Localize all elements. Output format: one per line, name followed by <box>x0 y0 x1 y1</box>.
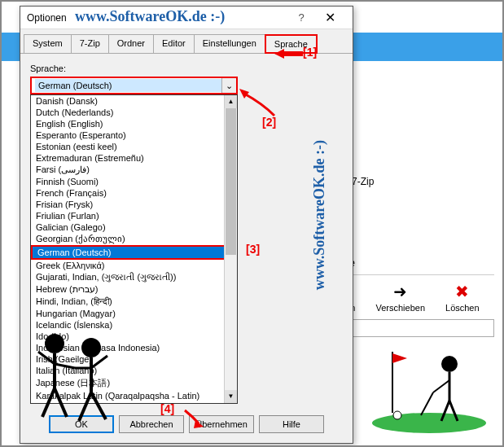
bg-toolbar: ➡ ieren ➜ Verschieben ✖ Löschen <box>335 274 494 320</box>
dropdown-item[interactable]: Danish (Dansk) <box>31 95 237 107</box>
stick-figures-decoration <box>26 323 124 429</box>
sprache-label: Sprache: <box>30 64 343 73</box>
tab-7zip[interactable]: 7-Zip <box>71 34 109 54</box>
bg-tool-delete[interactable]: ✖ Löschen <box>445 282 480 313</box>
svg-line-8 <box>449 401 458 421</box>
dropdown-item[interactable]: English (English) <box>31 118 237 129</box>
scrollbar-thumb[interactable] <box>226 108 236 255</box>
svg-point-3 <box>441 356 458 372</box>
svg-marker-21 <box>274 49 303 59</box>
dropdown-item[interactable]: French (Français) <box>31 187 237 199</box>
delete-icon: ✖ <box>445 282 480 301</box>
dropdown-item[interactable]: Esperanto (Esperanto) <box>31 129 237 141</box>
svg-marker-1 <box>392 353 407 363</box>
dropdown-item[interactable]: German (Deutsch) <box>31 245 237 260</box>
svg-marker-22 <box>239 89 249 99</box>
dropdown-item[interactable]: Hungarian (Magyar) <box>31 308 237 319</box>
watermark-top: www.SoftwareOK.de :-) <box>75 8 225 25</box>
dropdown-item[interactable]: Galician (Galego) <box>31 221 237 233</box>
tab-system[interactable]: System <box>24 34 72 54</box>
language-combobox[interactable]: German (Deutsch) ⌄ <box>30 77 238 94</box>
svg-line-20 <box>91 392 106 419</box>
svg-line-7 <box>441 401 449 421</box>
svg-point-9 <box>45 334 64 353</box>
arrow-2-icon <box>238 87 278 120</box>
svg-line-12 <box>55 364 75 368</box>
help-button-bottom[interactable]: Hilfe <box>259 415 324 433</box>
dropdown-item[interactable]: Georgian (ქართული) <box>31 233 237 245</box>
scroll-down-icon[interactable]: ▼ <box>225 390 237 403</box>
svg-line-13 <box>42 388 55 417</box>
arrow-1-icon <box>274 46 303 61</box>
annotation-1: [1] <box>303 46 317 59</box>
help-button[interactable]: ? <box>289 11 313 24</box>
svg-point-2 <box>393 411 401 419</box>
dropdown-item[interactable]: Hindi, Indian, (हिन्दी) <box>31 296 237 308</box>
dropdown-item[interactable]: Farsi (فارسی) <box>31 164 237 176</box>
dropdown-item[interactable]: Friulian (Furlan) <box>31 210 237 221</box>
dropdown-item[interactable]: Greek (Ελληνικά) <box>31 260 237 271</box>
svg-line-19 <box>79 392 91 421</box>
annotation-4: [4] <box>160 402 174 415</box>
svg-line-11 <box>38 352 55 364</box>
tab-ordner[interactable]: Ordner <box>108 34 154 54</box>
tab-einstellungen[interactable]: Einstellungen <box>194 34 265 54</box>
arrow-4-icon <box>181 409 205 429</box>
bg-menubar: Hilfe <box>335 257 502 269</box>
close-button[interactable]: ✕ <box>313 10 346 25</box>
svg-line-5 <box>433 380 449 392</box>
dropdown-item[interactable]: Frisian (Frysk) <box>31 199 237 210</box>
svg-line-14 <box>55 388 67 417</box>
svg-line-6 <box>421 392 433 415</box>
golfer-decoration <box>376 344 482 433</box>
dropdown-item[interactable]: Dutch (Nederlands) <box>31 107 237 118</box>
dropdown-item[interactable]: Extremaduran (Estremeñu) <box>31 152 237 164</box>
tab-editor[interactable]: Editor <box>153 34 195 54</box>
dropdown-item[interactable]: Estonian (eesti keel) <box>31 141 237 152</box>
dropdown-item[interactable]: Hebrew (עברית) <box>31 283 237 296</box>
scroll-up-icon[interactable]: ▲ <box>225 95 237 108</box>
watermark-vertical: www.SoftwareOK.de :-) <box>311 140 328 290</box>
dropdown-item[interactable]: Finnish (Suomi) <box>31 176 237 187</box>
combo-selected-value: German (Deutsch) <box>35 79 221 92</box>
annotation-3: [3] <box>246 243 260 256</box>
scrollbar[interactable]: ▲ ▼ <box>224 95 237 403</box>
cancel-button[interactable]: Abbrechen <box>119 415 184 433</box>
svg-marker-23 <box>194 420 204 428</box>
svg-point-15 <box>81 338 101 357</box>
chevron-down-icon[interactable]: ⌄ <box>221 78 236 93</box>
bg-tool-move[interactable]: ➜ Verschieben <box>375 282 425 313</box>
bg-path-input[interactable] <box>335 319 494 337</box>
dropdown-item[interactable]: Gujarati, Indian, (ગુજરાતી (ગુજરાતી)) <box>31 271 237 283</box>
svg-line-18 <box>91 356 107 368</box>
bg-7zip-label: 7-Zip <box>352 176 374 187</box>
move-icon: ➜ <box>375 282 425 301</box>
